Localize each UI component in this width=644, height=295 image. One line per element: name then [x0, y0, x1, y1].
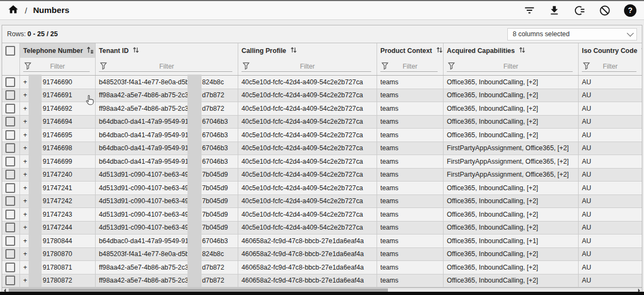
download-icon[interactable] [548, 4, 560, 16]
sort-ascending-icon[interactable] [86, 46, 94, 55]
row-checkbox[interactable] [5, 196, 15, 206]
table-row[interactable]: +91746698b64dbac0-da41-47a9-9549-9167046… [2, 142, 642, 156]
row-checkbox[interactable] [5, 249, 15, 259]
tenant-id-left: b485203f-f4a1-4e77-8e0a-d5b [99, 250, 189, 258]
funnel-icon[interactable] [100, 62, 107, 71]
sort-icon[interactable] [519, 46, 526, 55]
row-checkbox[interactable] [5, 183, 15, 193]
tenant-id-right: 67046b3 [202, 144, 228, 152]
retry-queue-icon[interactable] [573, 4, 586, 17]
phone-prefix: + [23, 277, 27, 284]
sort-icon[interactable] [436, 46, 443, 55]
funnel-icon[interactable] [24, 62, 31, 71]
select-all-checkbox[interactable] [5, 46, 15, 56]
funnel-icon[interactable] [243, 62, 250, 71]
row-checkbox[interactable] [5, 276, 15, 285]
sort-icon[interactable] [641, 46, 642, 55]
iso-country-value: AU [582, 171, 591, 178]
table-row[interactable]: +91780844b64dbac0-da41-47a9-9549-9167046… [2, 234, 642, 248]
table-row[interactable]: +917472404d513d91-c090-4107-be63-497b045… [2, 169, 642, 182]
column-header-calling-profile[interactable]: Calling Profile [238, 43, 377, 58]
table-body: +91746690b485203f-f4a1-4e77-8e0a-d5b824b… [2, 76, 642, 287]
table-row[interactable]: +91746699b64dbac0-da41-47a9-9549-9167046… [2, 155, 642, 169]
filter-input-acquired-capabilities[interactable]: Filter [444, 58, 579, 75]
block-icon[interactable] [599, 4, 611, 17]
table-row[interactable]: +91780870b485203f-f4a1-4e77-8e0a-d5b824b… [2, 248, 642, 262]
table-row[interactable]: +91780872ff98aa42-a5e7-4b86-ab75-2c3d7b8… [2, 274, 642, 288]
column-header-telephone-number[interactable]: Telephone Number [20, 43, 96, 58]
table-row[interactable]: +917472434d513d91-c090-4107-be63-497b045… [2, 208, 642, 222]
column-header-iso-country-code[interactable]: Iso Country Code [579, 43, 642, 58]
cell-product-context: teams [377, 116, 444, 129]
table-row[interactable]: +91746690b485203f-f4a1-4e77-8e0a-d5b824b… [2, 76, 642, 89]
filter-input-tenant-id[interactable]: Filter [96, 58, 238, 75]
iso-country-value: AU [582, 118, 591, 125]
row-checkbox[interactable] [5, 104, 15, 113]
funnel-icon[interactable] [381, 62, 388, 71]
row-checkbox[interactable] [5, 117, 15, 126]
cell-acquired-capabilities: Office365, InboundCalling, [+2] [444, 274, 579, 287]
row-checkbox[interactable] [5, 77, 15, 87]
filter-input-product-context[interactable]: Filter [377, 58, 444, 75]
cell-iso-country-code: AU [579, 116, 642, 129]
iso-country-value: AU [582, 264, 591, 271]
row-checkbox[interactable] [5, 143, 15, 153]
column-header-product-context[interactable]: Product Context [377, 43, 444, 58]
funnel-icon[interactable] [583, 62, 590, 71]
sort-icon[interactable] [132, 46, 139, 55]
table-row[interactable]: +91780871ff98aa42-a5e7-4b86-ab75-2c3d7b8… [2, 261, 642, 274]
tenant-id-left: 4d513d91-c090-4107-be63-49 [99, 211, 189, 218]
bottom-letterbox [0, 292, 644, 295]
column-label: Telephone Number [23, 47, 83, 55]
filter-input-iso-country-code[interactable]: Filter [579, 58, 642, 75]
row-select-cell [2, 208, 20, 221]
table-row[interactable]: +91746694b64dbac0-da41-47a9-9549-9167046… [2, 116, 642, 129]
column-header-tenant-id[interactable]: Tenant ID [96, 43, 238, 58]
cell-telephone-number: +91747243 [20, 208, 96, 221]
row-select-cell [2, 274, 20, 287]
filter-input-calling-profile[interactable]: Filter [238, 58, 377, 75]
calling-profile-value: 40c5e10d-fcfc-42d4-a409-54c2e2b727ca [242, 197, 363, 205]
column-label: Iso Country Code [582, 47, 637, 55]
row-checkbox[interactable] [5, 170, 15, 179]
table-row[interactable]: +917472444d513d91-c090-4107-be63-497b045… [2, 222, 642, 235]
cell-telephone-number: +91746690 [20, 76, 96, 89]
cell-calling-profile: 40c5e10d-fcfc-42d4-a409-54c2e2b727ca [238, 142, 377, 155]
home-icon[interactable] [8, 4, 19, 17]
tenant-id-left: b64dbac0-da41-47a9-9549-91 [99, 158, 189, 165]
row-checkbox[interactable] [5, 263, 15, 272]
cell-telephone-number: +91747242 [20, 195, 96, 208]
row-checkbox[interactable] [5, 223, 15, 232]
tenant-id-left: b64dbac0-da41-47a9-9549-91 [99, 144, 189, 152]
phone-number: 91746699 [43, 158, 72, 165]
row-checkbox[interactable] [5, 90, 15, 100]
table-row[interactable]: +917472424d513d91-c090-4107-be63-497b045… [2, 195, 642, 209]
phone-number: 91746691 [43, 91, 72, 99]
calling-profile-value: 40c5e10d-fcfc-42d4-a409-54c2e2b727ca [242, 211, 363, 218]
row-checkbox[interactable] [5, 130, 15, 140]
filter-list-icon[interactable] [524, 4, 535, 16]
filter-row-spacer [2, 58, 20, 75]
cursor-pointer [84, 94, 96, 108]
cell-product-context: teams [377, 155, 444, 168]
phone-number: 91747241 [43, 184, 72, 192]
product-context-value: teams [380, 91, 399, 99]
columns-select-dropdown[interactable]: 8 columns selected [507, 28, 637, 41]
columns-select-value: 8 columns selected [513, 30, 569, 38]
product-context-value: teams [380, 158, 399, 165]
help-icon[interactable]: ? [624, 4, 636, 17]
funnel-icon[interactable] [448, 62, 455, 71]
filter-input-telephone-number[interactable]: Filter [20, 58, 96, 75]
table-row[interactable]: +91746692ff98aa42-a5e7-4b86-ab75-2c3d7b8… [2, 102, 642, 116]
row-checkbox[interactable] [5, 236, 15, 246]
product-context-value: teams [380, 184, 399, 192]
phone-prefix: + [23, 144, 27, 152]
row-checkbox[interactable] [5, 157, 15, 166]
row-checkbox[interactable] [5, 210, 15, 219]
table-row[interactable]: +917472414d513d91-c090-4107-be63-497b045… [2, 182, 642, 195]
sort-icon[interactable] [290, 46, 297, 55]
table-row[interactable]: +91746691ff98aa42-a5e7-4b86-ab75-2c3d7b8… [2, 89, 642, 103]
column-header-acquired-capabilities[interactable]: Acquired Capabilities [444, 43, 579, 58]
table-row[interactable]: +91746695b64dbac0-da41-47a9-9549-9167046… [2, 129, 642, 142]
row-select-cell [2, 261, 20, 274]
